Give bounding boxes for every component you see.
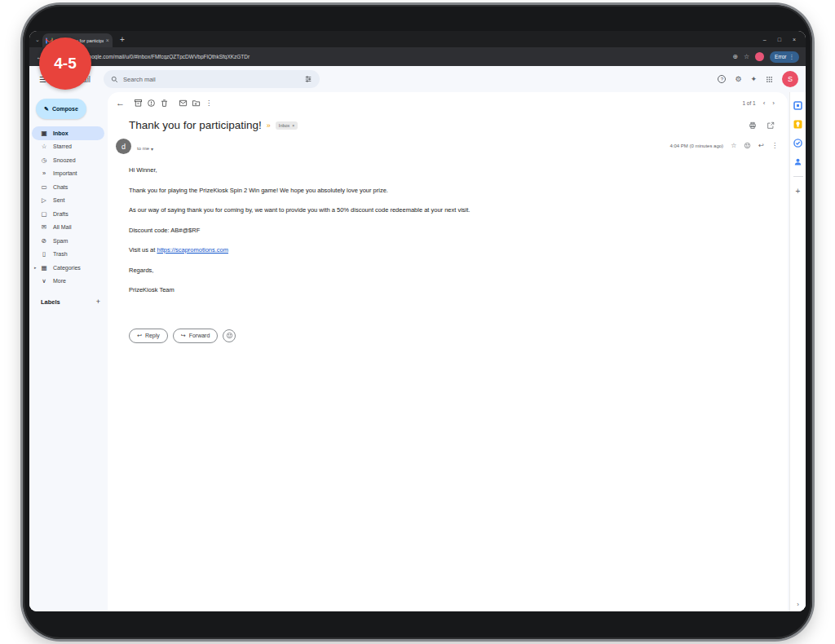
profile-error-button[interactable]: Error ⋮ (770, 51, 799, 63)
message-pane: ← (108, 92, 788, 611)
promotions-link[interactable]: https://scapromotions.com (157, 246, 228, 254)
emoji-icon (226, 332, 233, 339)
sidebar-item-inbox[interactable]: ▣ Inbox (32, 126, 104, 140)
emoji-reaction-icon[interactable] (744, 142, 751, 149)
sidebar-item-spam[interactable]: ⊘ Spam (32, 234, 104, 248)
sidebar-item-label: Inbox (53, 130, 68, 136)
sidebar-item-chats[interactable]: ▭ Chats (32, 180, 104, 194)
body-line: As our way of saying thank you for comin… (129, 206, 763, 214)
calendar-icon[interactable] (793, 101, 802, 110)
recipient-dropdown[interactable]: to me ▾ (137, 146, 153, 152)
star-icon: ☆ (41, 143, 47, 150)
tab-close-icon[interactable]: × (106, 37, 109, 43)
expand-arrow-icon[interactable]: ▸ (34, 265, 37, 270)
panel-divider (793, 176, 803, 177)
apps-grid-icon[interactable] (766, 76, 773, 83)
message-more-icon[interactable]: ⋮ (771, 142, 778, 149)
move-to-icon[interactable] (189, 97, 202, 109)
visit-prefix: Visit us at (129, 246, 157, 254)
help-icon[interactable]: ? (718, 75, 726, 83)
send-icon: ▷ (41, 196, 47, 204)
forward-arrow-icon: ↪ (181, 333, 186, 339)
search-input[interactable] (123, 76, 299, 83)
search-icon[interactable] (111, 76, 118, 83)
gmail-header: ☰ Gmail ? (29, 66, 806, 92)
archive-icon[interactable] (131, 97, 144, 109)
sidebar-item-trash[interactable]: ▯ Trash (32, 248, 104, 262)
mark-unread-icon[interactable] (176, 97, 189, 109)
sidebar-item-label: Spam (53, 238, 68, 244)
delete-icon[interactable] (157, 97, 170, 109)
chat-bubble-icon: ▭ (41, 183, 47, 191)
keep-icon[interactable] (793, 120, 802, 129)
sidebar-item-important[interactable]: » Important (32, 167, 104, 181)
add-reaction-button[interactable] (223, 329, 236, 342)
sidebar-nav: ▣ Inbox ☆ Starred ◷ Snoozed (29, 126, 108, 288)
trash-icon: ▯ (41, 250, 47, 258)
sidebar-item-starred[interactable]: ☆ Starred (32, 140, 104, 154)
search-bar[interactable] (104, 70, 320, 88)
add-label-button[interactable]: + (96, 298, 100, 306)
reply-label: Reply (145, 333, 160, 338)
hide-panel-icon[interactable]: › (797, 601, 799, 608)
sidebar-item-categories[interactable]: ▸ ▦ Categories (32, 261, 104, 275)
search-options-icon[interactable] (304, 75, 312, 83)
sender-avatar[interactable]: d (116, 139, 131, 154)
labels-section: Labels + (29, 298, 108, 306)
browser-menu-icon[interactable]: ⋮ (789, 54, 795, 60)
open-in-new-icon[interactable] (767, 121, 775, 130)
new-tab-button[interactable]: + (120, 35, 125, 44)
reply-icon[interactable]: ↩ (758, 142, 764, 149)
get-addons-button[interactable]: + (796, 187, 801, 196)
sidebar-item-all-mail[interactable]: ✉ All Mail (32, 221, 104, 235)
chevron-down-icon: ∨ (41, 277, 47, 285)
tasks-icon[interactable] (793, 139, 802, 148)
reply-button[interactable]: ↩ Reply (129, 329, 168, 343)
labels-header: Labels (41, 298, 60, 306)
recipient-label: to me (137, 146, 149, 152)
compose-button[interactable]: ✎ Compose (36, 99, 86, 119)
restore-button[interactable]: □ (778, 37, 781, 42)
browser-profile-avatar[interactable] (755, 52, 764, 61)
more-options-icon[interactable]: ⋮ (202, 97, 215, 109)
chip-remove-icon[interactable]: × (292, 123, 294, 128)
reply-arrow-icon: ↩ (137, 333, 142, 339)
browser-toolbar: ← google.com/mail/u/0/#inbox/FMfcgzQZTpc… (29, 47, 806, 66)
back-to-inbox-icon[interactable]: ← (116, 98, 125, 108)
sidebar-item-label: Drafts (53, 211, 68, 217)
url-bar[interactable]: google.com/mail/u/0/#inbox/FMfcgzQZTpcDW… (86, 54, 732, 60)
message-actions: 4:04 PM (0 minutes ago) ☆ ↩ ⋮ (669, 142, 778, 149)
gemini-sparkle-icon[interactable]: ✦ (750, 75, 757, 83)
important-marker-icon: » (41, 170, 47, 177)
bookmark-star-icon[interactable]: ☆ (744, 53, 749, 60)
close-button[interactable]: × (793, 37, 796, 42)
contacts-icon[interactable] (793, 157, 802, 166)
sidebar-item-label: Important (53, 170, 77, 176)
draft-file-icon: ▢ (41, 210, 47, 218)
sidebar-item-sent[interactable]: ▷ Sent (32, 194, 104, 208)
chip-label: Inbox (279, 123, 289, 128)
forward-button[interactable]: ↪ Forward (173, 329, 219, 343)
newer-icon[interactable]: ‹ (763, 99, 766, 107)
extensions-icon[interactable]: ⊕ (732, 53, 738, 60)
browser-toolbar-right: ⊕ ☆ Error ⋮ (732, 51, 799, 63)
sidebar-item-label: Categories (53, 265, 81, 271)
sidebar: ✎ Compose ▣ Inbox ☆ Starred (29, 92, 108, 611)
subject-actions (749, 121, 775, 130)
settings-gear-icon[interactable]: ⚙ (735, 75, 741, 83)
account-avatar[interactable]: S (782, 71, 798, 87)
reply-actions: ↩ Reply ↪ Forward (108, 307, 788, 343)
star-message-icon[interactable]: ☆ (731, 142, 736, 149)
tab-search-chevron-icon[interactable]: ⌄ (35, 37, 40, 43)
report-spam-icon[interactable] (144, 97, 157, 109)
sidebar-item-drafts[interactable]: ▢ Drafts (32, 207, 104, 221)
email-body: Hi Winner, Thank you for playing the Pri… (108, 154, 788, 293)
print-icon[interactable] (749, 121, 757, 130)
minimize-button[interactable]: – (763, 37, 767, 42)
sidebar-item-more[interactable]: ∨ More (32, 275, 104, 289)
sidebar-item-snoozed[interactable]: ◷ Snoozed (32, 153, 104, 167)
older-icon[interactable]: › (772, 99, 775, 107)
body-discount-code: Discount code: AB#@$RF (129, 227, 763, 234)
important-marker-icon: » (267, 121, 271, 130)
inbox-label-chip[interactable]: Inbox × (276, 121, 298, 130)
